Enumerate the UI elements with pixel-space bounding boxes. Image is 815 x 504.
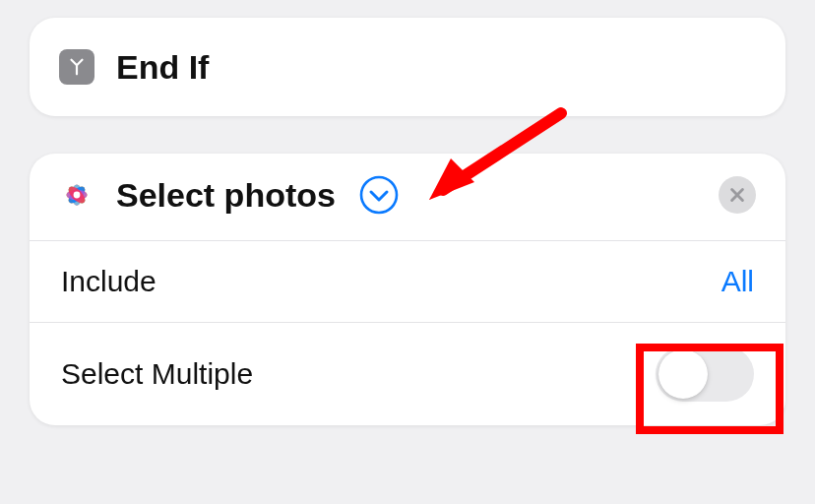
select-photos-title: Select photos	[116, 176, 336, 215]
end-if-action-card[interactable]: End If	[30, 18, 785, 116]
close-action-button[interactable]	[719, 176, 756, 214]
chevron-expand-icon[interactable]	[359, 175, 399, 215]
select-multiple-option-row: Select Multiple	[30, 322, 785, 425]
toggle-knob	[658, 349, 708, 399]
select-photos-header: Select photos	[30, 154, 785, 240]
branch-icon	[59, 49, 94, 85]
svg-point-9	[361, 177, 397, 213]
include-value: All	[721, 265, 754, 298]
photos-app-icon	[59, 177, 94, 213]
end-if-label: End If	[116, 48, 209, 87]
include-label: Include	[61, 265, 157, 298]
select-multiple-toggle[interactable]	[656, 346, 754, 402]
select-photos-action-card: Select photos Include All Select Multipl…	[30, 154, 785, 425]
svg-point-8	[74, 192, 81, 199]
select-multiple-label: Select Multiple	[61, 357, 253, 391]
include-option-row[interactable]: Include All	[30, 240, 785, 322]
